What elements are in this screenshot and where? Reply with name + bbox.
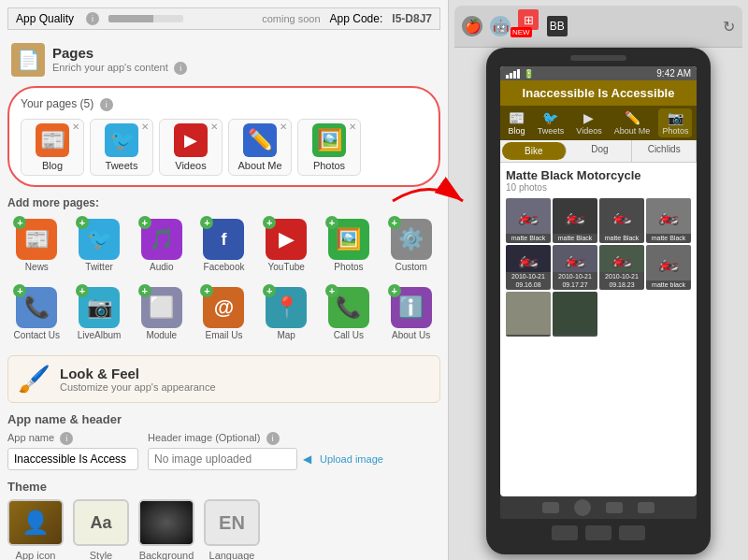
news-add-icon: + 📰 bbox=[16, 219, 57, 260]
add-youtube[interactable]: + ▶ YouTube bbox=[257, 215, 316, 276]
module-add-icon: + ⬜ bbox=[141, 287, 182, 328]
your-pages-row: ✕ 📰 Blog ✕ 🐦 Tweets ✕ ▶ Videos ✕ ✏️ Abou… bbox=[21, 119, 427, 176]
photo-cell-8[interactable]: 🏍️ matte black bbox=[646, 245, 691, 290]
style-thumb: Aa bbox=[73, 499, 129, 546]
upload-arrow-icon: ◀ bbox=[303, 452, 311, 466]
page-item-videos[interactable]: ✕ ▶ Videos bbox=[159, 119, 223, 176]
theme-style[interactable]: Aa Style bbox=[73, 499, 129, 560]
blackberry-os-button[interactable]: BB bbox=[547, 16, 568, 36]
hw-home-button[interactable] bbox=[574, 499, 591, 516]
close-tweets-icon[interactable]: ✕ bbox=[141, 122, 149, 132]
page-item-aboutme[interactable]: ✕ ✏️ About Me bbox=[228, 119, 292, 176]
page-item-tweets[interactable]: ✕ 🐦 Tweets bbox=[90, 119, 153, 176]
photo-cell-1[interactable]: 🏍️ matte Black bbox=[506, 198, 551, 243]
browser-icons: 🍎 🤖 ⊞ NEW BB bbox=[462, 9, 568, 43]
add-photos2[interactable]: + 🖼️ Photos bbox=[320, 215, 379, 276]
look-feel-section[interactable]: 🖌️ Look & Feel Customize your app's appe… bbox=[7, 355, 440, 403]
aboutus-label: About Us bbox=[392, 330, 430, 340]
album-count: 10 photos bbox=[506, 182, 691, 193]
theme-language[interactable]: EN Language bbox=[204, 499, 260, 560]
add-news[interactable]: + 📰 News bbox=[7, 215, 66, 276]
apple-os-button[interactable]: 🍎 bbox=[462, 16, 482, 36]
header-image-input[interactable] bbox=[148, 448, 297, 470]
android-os-button[interactable]: 🤖 bbox=[490, 16, 511, 36]
phone-tab-bike[interactable]: Bike bbox=[502, 142, 567, 160]
photo-cell-3[interactable]: 🏍️ matte Black bbox=[599, 198, 644, 243]
theme-background[interactable]: Background bbox=[138, 499, 194, 560]
photo-caption-10 bbox=[553, 335, 597, 337]
photo-cell-7[interactable]: 🏍️ 2010-10-21 09.18.23 bbox=[599, 245, 644, 290]
phone-body: 🔋 9:42 AM Inaccessible Is Accessible 📰 B… bbox=[486, 48, 711, 554]
phone-tab-cichlids[interactable]: Cichlids bbox=[632, 140, 697, 162]
app-name-field-group: App name i bbox=[7, 432, 138, 470]
app-code-value: I5-D8J7 bbox=[392, 12, 432, 25]
close-photos-icon[interactable]: ✕ bbox=[349, 122, 356, 132]
add-custom[interactable]: + ⚙️ Custom bbox=[381, 215, 440, 276]
hw-back-button[interactable] bbox=[542, 502, 559, 513]
photo-cell-10[interactable] bbox=[553, 292, 597, 337]
add-livealbum[interactable]: + 📷 LiveAlbum bbox=[70, 283, 129, 344]
add-contactus[interactable]: + 📞 Contact Us bbox=[7, 283, 66, 344]
phone-nav-aboutme[interactable]: ✏️ About Me bbox=[611, 108, 654, 137]
hw-search-button[interactable] bbox=[638, 502, 654, 513]
phone-tab-dog[interactable]: Dog bbox=[568, 140, 633, 162]
app-name-header-section: App name & header App name i Header imag… bbox=[7, 412, 440, 470]
pages-info-badge[interactable]: i bbox=[174, 62, 187, 75]
add-audio[interactable]: + 🎵 Audio bbox=[132, 215, 191, 276]
header-image-info-badge[interactable]: i bbox=[266, 432, 280, 445]
look-feel-subtitle: Customize your app's appearance bbox=[60, 381, 216, 393]
quality-bar bbox=[108, 15, 183, 22]
photo-caption-4: matte Black bbox=[646, 234, 691, 243]
nav-videos-icon: ▶ bbox=[583, 110, 594, 125]
aboutme-icon: ✏️ bbox=[243, 123, 277, 157]
album-title: Matte Black Motorcycle bbox=[506, 168, 691, 182]
add-plus-facebook: + bbox=[200, 216, 213, 229]
hw-menu-button[interactable] bbox=[606, 502, 623, 513]
photo-cell-4[interactable]: 🏍️ matte Black bbox=[646, 198, 691, 243]
map-add-icon: + 📍 bbox=[266, 287, 307, 328]
add-email[interactable]: + @ Email Us bbox=[194, 283, 253, 344]
phone-nav-photos[interactable]: 📷 Photos bbox=[658, 108, 692, 137]
photo-cell-5[interactable]: 🏍️ 2010-10-21 09.16.08 bbox=[506, 245, 551, 290]
photo-cell-2[interactable]: 🏍️ matte Black bbox=[553, 198, 597, 243]
nav-strip-btn-1[interactable] bbox=[552, 525, 578, 540]
quality-info-badge[interactable]: i bbox=[86, 12, 99, 25]
add-plus-contactus: + bbox=[13, 284, 26, 297]
battery-icon: 🔋 bbox=[524, 69, 534, 79]
your-pages-info-badge[interactable]: i bbox=[100, 98, 113, 111]
add-aboutus[interactable]: + ℹ️ About Us bbox=[381, 283, 440, 344]
add-facebook[interactable]: + f Facebook bbox=[194, 215, 253, 276]
nav-strip-btn-2[interactable] bbox=[585, 525, 611, 540]
phone-nav-blog[interactable]: 📰 Blog bbox=[505, 108, 529, 137]
photos-label: Photos bbox=[313, 160, 345, 171]
photo-caption-6: 2010-10-21 09.17.27 bbox=[553, 272, 597, 290]
page-item-blog[interactable]: ✕ 📰 Blog bbox=[21, 119, 84, 176]
add-callus[interactable]: + 📞 Call Us bbox=[320, 283, 379, 344]
livealbum-add-icon: + 📷 bbox=[79, 287, 120, 328]
phone-nav-videos[interactable]: ▶ Videos bbox=[572, 108, 605, 137]
photo-cell-6[interactable]: 🏍️ 2010-10-21 09.17.27 bbox=[553, 245, 597, 290]
photo-cell-9[interactable] bbox=[506, 292, 551, 337]
add-module[interactable]: + ⬜ Module bbox=[132, 283, 191, 344]
app-name-info-badge[interactable]: i bbox=[60, 432, 73, 445]
add-map[interactable]: + 📍 Map bbox=[257, 283, 316, 344]
facebook-add-icon: + f bbox=[203, 219, 244, 260]
close-aboutme-icon[interactable]: ✕ bbox=[280, 122, 287, 132]
page-item-photos[interactable]: ✕ 🖼️ Photos bbox=[297, 119, 361, 176]
phone-tabs: Bike Dog Cichlids bbox=[500, 140, 697, 163]
photo-thumb-10 bbox=[553, 292, 597, 335]
app-name-input[interactable] bbox=[7, 448, 138, 470]
add-plus-livealbum: + bbox=[76, 284, 89, 297]
close-blog-icon[interactable]: ✕ bbox=[72, 122, 79, 132]
refresh-button[interactable]: ↻ bbox=[723, 18, 735, 36]
add-pages-grid-row1: + 📰 News + 🐦 Twitter + 🎵 Audio bbox=[7, 215, 440, 276]
nav-videos-label: Videos bbox=[576, 126, 601, 136]
photo-thumb-9 bbox=[506, 292, 551, 335]
audio-label: Audio bbox=[150, 262, 174, 272]
phone-nav-tweets[interactable]: 🐦 Tweets bbox=[534, 108, 568, 137]
add-twitter[interactable]: + 🐦 Twitter bbox=[70, 215, 129, 276]
close-videos-icon[interactable]: ✕ bbox=[210, 122, 218, 132]
nav-strip-btn-3[interactable] bbox=[619, 525, 645, 540]
theme-app-icon[interactable]: 👤 App icon bbox=[7, 499, 64, 560]
upload-image-link[interactable]: Upload image bbox=[320, 453, 383, 465]
